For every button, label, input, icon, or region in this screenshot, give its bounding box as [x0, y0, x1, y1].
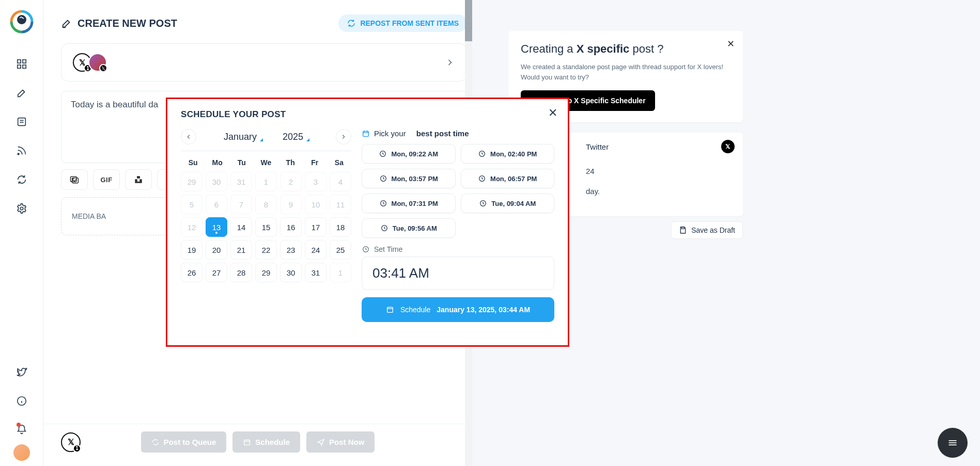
promo-title: Creating a X specific post ? — [521, 42, 730, 56]
nav-news-icon[interactable] — [11, 111, 32, 132]
cal-day[interactable]: 31 — [230, 172, 252, 191]
cal-day[interactable]: 10 — [305, 195, 326, 214]
dow-label: Mo — [205, 158, 229, 167]
cal-day[interactable]: 18 — [330, 217, 351, 237]
nav-settings-icon[interactable] — [11, 198, 32, 219]
cal-day[interactable]: 6 — [206, 195, 227, 214]
time-panel: Pick your best post time Mon, 09:22 AMMo… — [362, 129, 554, 322]
cal-day[interactable]: 9 — [280, 195, 302, 214]
action-row: 𝕏 1 Post to Queue Schedule Post Now — [43, 424, 472, 460]
image-upload-icon[interactable] — [61, 169, 88, 190]
time-suggestion[interactable]: Mon, 07:31 PM — [362, 194, 456, 213]
svg-rect-3 — [17, 65, 20, 68]
dow-label: Th — [278, 158, 303, 167]
cal-day[interactable]: 17 — [305, 217, 326, 237]
schedule-button-bottom[interactable]: Schedule — [232, 431, 300, 453]
time-suggestion[interactable]: Mon, 06:57 PM — [461, 169, 555, 188]
cal-day[interactable]: 31 — [305, 263, 326, 282]
cal-prev-icon[interactable] — [181, 129, 196, 144]
post-now-button[interactable]: Post Now — [306, 431, 375, 453]
svg-rect-20 — [682, 227, 685, 229]
nav-compose-icon[interactable] — [11, 83, 32, 103]
action-account-badge: 1 — [73, 444, 81, 453]
dow-label: Fr — [303, 158, 327, 167]
nav-rss-icon[interactable] — [11, 140, 32, 161]
cal-day[interactable]: 12 — [181, 217, 203, 237]
save-draft-button[interactable]: Save as Draft — [671, 221, 743, 239]
nav-info-icon[interactable] — [11, 391, 32, 411]
time-suggestion[interactable]: Tue, 09:04 AM — [461, 194, 555, 213]
dow-label: We — [254, 158, 278, 167]
right-panel: ✕ Creating a X specific post ? We create… — [498, 0, 980, 466]
time-input[interactable]: 03:41 AM — [362, 256, 554, 290]
cal-day[interactable]: 25 — [330, 240, 351, 260]
svg-rect-24 — [363, 131, 369, 136]
cal-day[interactable]: 26 — [181, 263, 203, 282]
svg-rect-2 — [22, 60, 25, 63]
cal-day[interactable]: 1 — [330, 263, 351, 282]
modal-title: SCHEDULE YOUR POST — [181, 109, 554, 120]
cal-day[interactable]: 27 — [206, 263, 227, 282]
repost-button[interactable]: REPOST FROM SENT ITEMS — [338, 14, 467, 32]
time-suggestion[interactable]: Mon, 09:22 AM — [362, 144, 456, 164]
svg-point-0 — [17, 15, 26, 24]
account-avatar[interactable]: 𝕏 — [88, 53, 107, 72]
svg-rect-5 — [18, 118, 25, 126]
nav-avatar[interactable] — [13, 444, 30, 461]
post-queue-button[interactable]: Post to Queue — [141, 431, 227, 453]
x-icon: 𝕏 — [721, 140, 735, 153]
nav-dashboard-icon[interactable] — [11, 54, 32, 74]
modal-close-icon[interactable]: ✕ — [548, 106, 557, 120]
chevron-right-icon — [445, 57, 455, 68]
cal-day[interactable]: 30 — [206, 172, 227, 191]
svg-point-8 — [18, 153, 19, 155]
cal-day[interactable]: 23 — [280, 240, 302, 260]
cal-day[interactable]: 22 — [255, 240, 277, 260]
cal-day[interactable]: 8 — [255, 195, 277, 214]
unsplash-icon[interactable] — [125, 169, 152, 190]
gif-button[interactable]: GIF — [93, 169, 120, 190]
cal-day[interactable]: 30 — [280, 263, 302, 282]
nav-bell-icon[interactable] — [11, 420, 32, 440]
svg-point-9 — [20, 207, 23, 210]
nav-recycle-icon[interactable] — [11, 169, 32, 190]
cal-day[interactable]: 21 — [230, 240, 252, 260]
time-suggestion[interactable]: Mon, 02:40 PM — [461, 144, 555, 164]
cal-day[interactable]: 19 — [181, 240, 203, 260]
pick-time-label: Pick your best post time — [362, 129, 554, 138]
svg-rect-36 — [387, 307, 393, 312]
accounts-selector[interactable]: 𝕏 1 𝕏 — [61, 43, 467, 82]
dow-label: Sa — [327, 158, 351, 167]
cal-day[interactable]: 28 — [230, 263, 252, 282]
dow-label: Tu — [229, 158, 254, 167]
svg-rect-16 — [137, 176, 140, 179]
cal-day[interactable]: 11 — [330, 195, 351, 214]
cal-day[interactable]: 3 — [305, 172, 326, 191]
schedule-confirm-button[interactable]: Schedule January 13, 2025, 03:44 AM — [362, 297, 554, 322]
cal-day[interactable]: 16 — [280, 217, 302, 237]
menu-fab[interactable] — [938, 428, 968, 458]
promo-close-icon[interactable]: ✕ — [727, 38, 735, 50]
time-suggestion[interactable]: Tue, 09:56 AM — [362, 218, 456, 238]
cal-day[interactable]: 4 — [330, 172, 351, 191]
cal-next-icon[interactable] — [336, 129, 351, 144]
sidebar — [0, 0, 43, 466]
cal-day[interactable]: 1 — [255, 172, 277, 191]
action-account-icon[interactable]: 𝕏 1 — [61, 432, 81, 452]
cal-day[interactable]: 20 — [206, 240, 227, 260]
cal-month-select[interactable]: January — [224, 132, 262, 142]
cal-day[interactable]: 29 — [255, 263, 277, 282]
cal-day[interactable]: 24 — [305, 240, 326, 260]
cal-day[interactable]: 15 — [255, 217, 277, 237]
cal-day[interactable]: 14 — [230, 217, 252, 237]
cal-day[interactable]: 13 — [206, 217, 227, 237]
nav-twitter-icon[interactable] — [11, 362, 32, 382]
set-time-label: Set Time — [362, 245, 554, 253]
time-suggestion[interactable]: Mon, 03:57 PM — [362, 169, 456, 188]
cal-year-select[interactable]: 2025 — [283, 132, 308, 142]
cal-day[interactable]: 29 — [181, 172, 203, 191]
cal-day[interactable]: 2 — [280, 172, 302, 191]
svg-rect-18 — [244, 440, 250, 445]
cal-day[interactable]: 7 — [230, 195, 252, 214]
cal-day[interactable]: 5 — [181, 195, 203, 214]
